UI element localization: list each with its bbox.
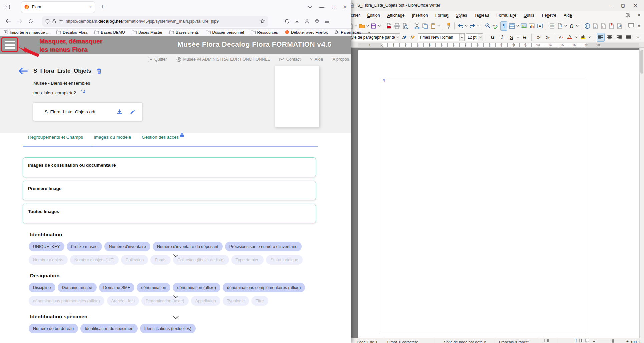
field-pill[interactable]: Archéo - lots — [107, 296, 139, 306]
scroll-down-chevron-icon[interactable] — [172, 316, 179, 319]
view-multi-page-icon[interactable] — [579, 339, 583, 342]
url-bar[interactable]: https://demobam.decalog.net/formationv45… — [42, 16, 268, 27]
field-pill[interactable]: Statut juridique — [266, 255, 302, 265]
connection-lock-icon[interactable] — [52, 19, 56, 23]
flora-tab-images-du-mod-le[interactable]: Images du modèle — [94, 135, 131, 144]
field-pill[interactable]: Précisions sur le numéro d'inventaire — [225, 242, 302, 251]
tab-close-icon[interactable]: ✕ — [89, 5, 92, 9]
extensions-icon[interactable] — [315, 19, 319, 24]
window-minimize-button[interactable]: — — [319, 4, 324, 10]
image-group-box[interactable]: Première Image — [23, 181, 316, 200]
insert-image-icon[interactable] — [520, 21, 527, 31]
open-icon[interactable] — [358, 21, 365, 31]
menu-outils[interactable]: Outils — [524, 13, 534, 18]
window-close-button[interactable]: ✕ — [343, 4, 347, 10]
statusbar-page-style[interactable]: Style de page par défaut — [444, 339, 486, 343]
writer-vertical-scrollbar[interactable] — [639, 48, 644, 338]
bookmark-star-icon[interactable] — [260, 19, 265, 24]
account-icon[interactable] — [305, 19, 309, 24]
underline-button[interactable]: S — [507, 33, 515, 42]
clone-formatting-icon[interactable] — [445, 21, 452, 31]
clear-formatting-button[interactable] — [558, 33, 564, 42]
highlight-color-dropdown[interactable] — [588, 33, 591, 42]
contact-button[interactable]: Contact — [279, 57, 301, 62]
app-menu-icon[interactable] — [325, 19, 330, 23]
insert-footnote-icon[interactable] — [592, 21, 599, 31]
insert-bookmark-icon[interactable] — [608, 21, 615, 31]
field-pill[interactable]: Type de bien — [231, 255, 264, 265]
menu-formulaire[interactable]: Formulaire — [496, 13, 516, 18]
underline-dropdown[interactable] — [517, 33, 519, 42]
section-scroll-chevron-icon[interactable] — [173, 295, 179, 298]
field-pill[interactable]: Identification du spécimen — [80, 324, 138, 333]
paste-dropdown[interactable] — [438, 21, 440, 31]
field-pill[interactable]: Numéro d'inventaire du déposant — [153, 242, 223, 251]
field-pill[interactable]: Domaine SMF — [99, 283, 135, 292]
insert-mode-icon[interactable] — [544, 339, 549, 342]
insert-comment-icon[interactable] — [628, 21, 635, 31]
back-button[interactable] — [3, 17, 13, 26]
bookmark-item[interactable]: » — [368, 30, 370, 35]
italic-button[interactable]: I — [498, 33, 506, 42]
pocket-shield-icon[interactable] — [285, 19, 289, 24]
window-maximize-button[interactable]: ▢ — [332, 5, 335, 9]
browser-tab-flora[interactable]: Flora ✕ — [21, 2, 95, 13]
field-pill[interactable]: Dénomination (texte) — [141, 296, 189, 306]
insert-chart-icon[interactable] — [528, 21, 535, 31]
downloads-icon[interactable] — [295, 19, 299, 24]
field-pill[interactable]: dénomination — [137, 283, 170, 292]
back-arrow-button[interactable] — [18, 68, 28, 74]
field-pill[interactable]: Nombre d'objets — [29, 255, 68, 265]
statusbar-language[interactable]: Français (France) — [499, 339, 529, 343]
subscript-button[interactable]: x₂ — [544, 33, 552, 42]
writer-minimize-button[interactable]: – — [610, 3, 612, 8]
flora-tab-regroupements-et-champs[interactable]: Regroupements et Champs — [28, 135, 83, 144]
image-group-box[interactable]: Images de consultation ou documentaire — [23, 157, 316, 177]
bookmark-item[interactable]: Dossier personnel — [206, 30, 244, 35]
field-pill[interactable]: Nombre d'objets (UE) — [70, 255, 119, 265]
align-right-button[interactable] — [615, 33, 623, 42]
forward-button[interactable] — [15, 17, 24, 26]
bookmark-item[interactable]: Bases clients — [169, 30, 199, 35]
align-justify-button[interactable] — [625, 33, 633, 42]
undo-dropdown[interactable] — [465, 21, 468, 31]
field-pill[interactable]: Collection (libellé de liste) — [173, 255, 229, 265]
menu-aide[interactable]: Aide — [564, 13, 572, 18]
statusbar-word-count[interactable]: 0 mot, 0 caractère — [387, 339, 418, 343]
insert-table-icon[interactable] — [508, 21, 515, 31]
menu-insertion[interactable]: Insertion — [412, 13, 428, 18]
formatbar-overflow-button[interactable]: » — [634, 33, 642, 42]
field-pill[interactable]: Typologie — [223, 296, 249, 306]
export-pdf-icon[interactable] — [386, 21, 393, 31]
delete-trash-icon[interactable] — [97, 68, 102, 74]
print-icon[interactable] — [394, 21, 401, 31]
insert-textbox-icon[interactable] — [536, 21, 543, 31]
right-indent-marker[interactable] — [585, 43, 588, 49]
font-name-combobox[interactable]: Times New Roman — [418, 33, 465, 41]
cut-icon[interactable] — [414, 21, 421, 31]
menu-fenêtre[interactable]: Fenêtre — [542, 13, 556, 18]
bookmark-item[interactable]: Paramètres — [334, 30, 361, 35]
zoom-slider[interactable] — [597, 341, 625, 341]
document-area[interactable]: ¶ — [344, 48, 644, 338]
field-pill[interactable]: UNIQUE_KEY — [29, 242, 64, 251]
refresh-icon[interactable] — [79, 90, 85, 95]
highlight-color-button[interactable]: ab — [579, 33, 587, 42]
insert-endnote-icon[interactable] — [600, 21, 607, 31]
copy-icon[interactable] — [422, 21, 429, 31]
section-scroll-chevron-icon[interactable] — [173, 254, 179, 257]
field-pill[interactable]: Discipline — [29, 283, 55, 292]
menu-affichage[interactable]: Affichage — [387, 13, 405, 18]
menu-styles[interactable]: Styles — [456, 13, 467, 18]
view-book-icon[interactable] — [585, 339, 589, 342]
zoom-level[interactable]: 100 % — [630, 339, 641, 343]
cross-reference-icon[interactable] — [616, 21, 623, 31]
bold-button[interactable]: G — [489, 33, 497, 42]
insert-field-dropdown[interactable] — [564, 21, 567, 31]
new-doc-dropdown[interactable] — [355, 21, 357, 31]
redo-dropdown[interactable] — [477, 21, 479, 31]
font-size-combobox[interactable]: 12 pt — [466, 33, 483, 41]
zoom-in-button[interactable]: + — [626, 338, 629, 343]
writer-titlebar[interactable]: W S_Flora_Liste_Objets.odt - LibreOffice… — [344, 0, 644, 11]
field-pill[interactable]: Préfixe musée — [67, 242, 102, 251]
